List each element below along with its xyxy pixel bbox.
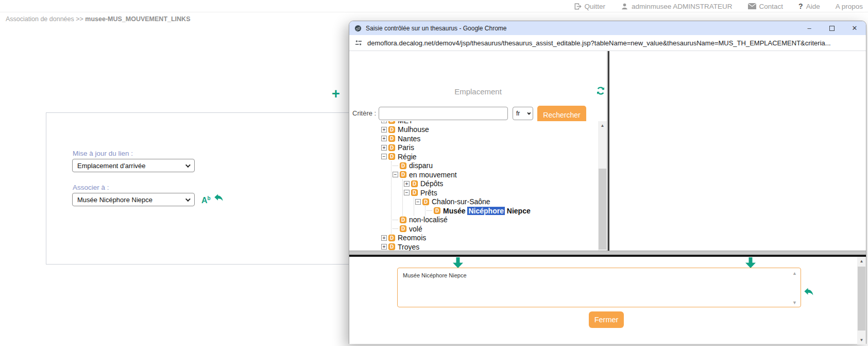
ab-icon-b: b [208, 195, 211, 201]
add-value-icon[interactable]: + [332, 88, 340, 100]
expand-icon[interactable]: + [381, 235, 387, 241]
question-icon: ? [798, 2, 803, 10]
popup-urlbar[interactable]: demoflora.decalog.net/demov4/jsp/thesaur… [349, 35, 866, 51]
descriptor-icon: D [400, 171, 406, 178]
thesaurus-popup-window: Saisie contrôlée sur un thesaurus - Goog… [349, 21, 866, 344]
tree-item[interactable]: −DPrêts [403, 188, 598, 197]
tree-item-label: Dépôts [420, 179, 443, 188]
descriptor-icon: D [400, 225, 406, 232]
user-icon [621, 3, 628, 10]
language-select[interactable]: fr [513, 107, 533, 120]
chevron-down-icon [185, 196, 191, 202]
tree-connector [393, 166, 398, 166]
tree-item-label: Musée Nicéphore Niepce [443, 207, 531, 215]
collapse-icon[interactable]: − [381, 154, 387, 159]
selected-word-highlight: Nicéphore [467, 207, 504, 215]
update-link-select[interactable]: Emplacement d'arrivée [72, 159, 195, 172]
scroll-up-icon[interactable]: ▲ [857, 257, 866, 266]
chevron-down-icon [185, 162, 191, 168]
textarea-scroll-down-icon[interactable]: ▼ [792, 300, 797, 305]
tree-item[interactable]: +DNantes [380, 134, 598, 143]
application-window: Quitter adminmusee ADMINSTRATEUR Contact… [0, 0, 868, 346]
tree-connector [427, 210, 432, 211]
expand-icon[interactable]: + [381, 136, 387, 141]
tree-item[interactable]: Ddisparu [392, 161, 598, 171]
undo-icon[interactable] [804, 287, 814, 298]
help-menu-item[interactable]: ? Aide [798, 2, 820, 10]
expand-icon[interactable]: + [404, 181, 410, 187]
expand-icon[interactable]: + [381, 145, 387, 151]
refresh-icon[interactable] [596, 86, 605, 95]
selected-value-textarea[interactable]: Musée Nicéphore Niepce [397, 268, 801, 307]
tree-item[interactable]: −Den mouvement [392, 170, 598, 179]
update-link-value: Emplacement d'arrivée [77, 162, 146, 170]
maximize-icon [829, 26, 835, 31]
expand-icon[interactable]: + [381, 121, 387, 123]
popup-titlebar[interactable]: Saisie contrôlée sur un thesaurus - Goog… [349, 21, 866, 35]
associate-select[interactable]: Musée Nicéphore Niepce [72, 193, 195, 206]
popup-frames: Emplacement Critère : fr Rechercher +DME… [349, 51, 866, 251]
breadcrumb-current: musee-MUS_MOUVEMENT_LINKS [85, 15, 190, 23]
criteria-label: Critère : [352, 109, 376, 117]
contact-menu-item[interactable]: Contact [748, 3, 784, 10]
tree-item-label: Nantes [398, 135, 420, 143]
tree-item[interactable]: +DMulhouse [380, 125, 598, 135]
criteria-input[interactable] [379, 107, 508, 120]
associate-value: Musée Nicéphore Niepce [77, 196, 152, 204]
tree-item[interactable]: +DMET [380, 121, 598, 125]
scroll-down-icon[interactable]: ▼ [857, 336, 866, 344]
close-window-button[interactable]: ✕ [843, 21, 866, 35]
logout-label: Quitter [585, 3, 606, 10]
descriptor-icon: D [388, 235, 395, 241]
tree-item[interactable]: +DDépôts [403, 179, 598, 189]
text-assist-icon[interactable]: Ab [201, 194, 211, 205]
tree-item[interactable]: Dvolé [392, 224, 598, 234]
descriptor-icon: D [388, 135, 395, 142]
collapse-icon[interactable]: − [415, 199, 421, 205]
tree-item[interactable]: −DChalon-sur-Saône [414, 197, 598, 207]
tree-connector [393, 220, 398, 220]
collapse-icon[interactable]: − [393, 172, 398, 177]
contact-label: Contact [759, 3, 784, 10]
down-arrow-icon [452, 257, 464, 268]
bottom-scrollbar-thumb[interactable] [858, 267, 865, 331]
tree-item[interactable]: DMusée Nicéphore Niepce [426, 206, 598, 216]
tree-connector [393, 228, 398, 229]
textarea-scroll-up-icon[interactable]: ▲ [792, 271, 797, 276]
expand-icon[interactable]: + [381, 127, 387, 133]
tree-item-label: Mulhouse [398, 125, 429, 134]
scroll-up-icon[interactable]: ▲ [598, 121, 607, 130]
chevron-down-icon [527, 111, 531, 114]
tree-scrollbar[interactable]: ▲ ▼ [598, 121, 607, 263]
minimize-button[interactable]: – [798, 21, 821, 35]
tree-item[interactable]: +DReomois [380, 234, 598, 243]
tree-scrollbar-thumb[interactable] [599, 169, 606, 250]
top-header: Quitter adminmusee ADMINSTRATEUR Contact… [0, 0, 868, 12]
collapse-icon[interactable]: − [404, 190, 410, 195]
maximize-button[interactable] [821, 21, 843, 35]
fermer-button[interactable]: Fermer [589, 311, 624, 328]
tree-item-label: Prêts [420, 189, 437, 197]
tree-item-label: Reomois [398, 234, 426, 242]
tree-item[interactable]: Dnon-localisé [392, 216, 598, 225]
descriptor-icon: D [388, 144, 395, 151]
about-menu-item[interactable]: A propos [836, 3, 863, 10]
horizontal-scrollbar[interactable] [349, 251, 866, 255]
ab-icon-a: A [201, 196, 208, 205]
tree-item[interactable]: −DRégie [380, 152, 598, 161]
tree-item[interactable]: +DParis [380, 143, 598, 153]
associate-label: Associer à : [73, 184, 109, 191]
favicon [354, 25, 362, 32]
tree-item[interactable]: +DTroyes [380, 242, 598, 252]
expand-icon[interactable]: + [381, 244, 387, 250]
logout-menu-item[interactable]: Quitter [574, 3, 606, 10]
tree-item-label: Régie [398, 153, 417, 161]
descriptor-icon: D [411, 189, 418, 196]
user-menu-item[interactable]: adminmusee ADMINSTRATEUR [621, 3, 733, 10]
window-controls: – ✕ [798, 21, 866, 35]
tree-item-label: disparu [409, 161, 433, 170]
tree-item-label: Troyes [398, 243, 419, 251]
undo-icon[interactable] [214, 193, 224, 203]
tree-item-label: en mouvement [409, 171, 457, 179]
bottom-scrollbar[interactable]: ▲ ▼ [857, 257, 866, 344]
